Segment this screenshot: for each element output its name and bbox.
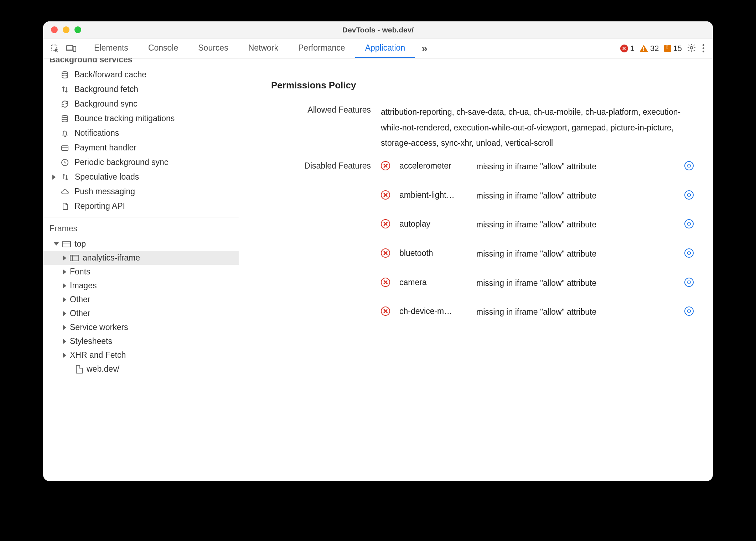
frame-top-row[interactable]: top: [43, 237, 239, 251]
blocked-icon: [381, 248, 390, 258]
sidebar-item-notifications[interactable]: Notifications: [43, 126, 239, 140]
disabled-features-list: accelerometermissing in iframe "allow" a…: [381, 160, 699, 319]
disabled-feature-reason: missing in iframe "allow" attribute: [476, 306, 679, 319]
sidebar-item-payment-handler[interactable]: Payment handler: [43, 140, 239, 155]
warning-count: 32: [650, 44, 659, 53]
doc-icon: [60, 202, 69, 211]
issue-count: 15: [673, 44, 682, 53]
chevron-right-icon: [63, 353, 66, 358]
disabled-feature-reason: missing in iframe "allow" attribute: [476, 218, 679, 231]
tab-performance[interactable]: Performance: [288, 38, 355, 58]
sidebar-item-speculative-loads[interactable]: Speculative loads: [43, 170, 239, 184]
card-icon: [60, 144, 69, 152]
disabled-feature-name: camera: [399, 277, 471, 287]
reveal-in-elements-button[interactable]: [684, 306, 694, 316]
tab-application[interactable]: Application: [355, 38, 415, 58]
sidebar-item-label: Speculative loads: [75, 172, 139, 182]
sidebar-item-bounce-tracking-mitigations[interactable]: Bounce tracking mitigations: [43, 111, 239, 126]
warnings-badge[interactable]: 32: [640, 44, 659, 53]
sidebar-item-label: Back/forward cache: [74, 70, 146, 79]
sidebar-item-back-forward-cache[interactable]: Back/forward cache: [43, 67, 239, 82]
frame-category-label: Stylesheets: [70, 336, 112, 346]
devtools-toolbar: Elements Console Sources Network Perform…: [43, 38, 713, 58]
device-toolbar-icon[interactable]: [66, 44, 77, 53]
disabled-feature-name: ch-device-m…: [399, 306, 471, 316]
blocked-icon: [381, 161, 390, 170]
sidebar-section-background-services: Background services: [43, 58, 239, 67]
clock-icon: [60, 158, 69, 167]
blocked-icon: [381, 278, 390, 287]
window-controls: [43, 26, 81, 33]
sidebar-item-label: Bounce tracking mitigations: [74, 114, 175, 123]
disabled-feature-name: bluetooth: [399, 248, 471, 258]
sidebar-item-label: Notifications: [74, 128, 119, 138]
chevron-right-icon: [63, 269, 66, 274]
sidebar-item-push-messaging[interactable]: Push messaging: [43, 184, 239, 199]
sidebar-item-label: Periodic background sync: [74, 158, 168, 167]
tabs-overflow-button[interactable]: »: [415, 38, 434, 58]
issues-badge[interactable]: 15: [664, 44, 682, 53]
svg-point-3: [690, 46, 693, 49]
document-icon: [76, 365, 83, 373]
frame-category-other[interactable]: Other: [43, 293, 239, 306]
iframe-icon: [70, 255, 79, 261]
minimize-window-button[interactable]: [63, 26, 69, 33]
tab-console[interactable]: Console: [138, 38, 188, 58]
settings-button[interactable]: [687, 43, 696, 54]
window-titlebar: DevTools - web.dev/: [43, 21, 713, 38]
frame-category-xhr-and-fetch[interactable]: XHR and Fetch: [43, 348, 239, 362]
bell-icon: [60, 129, 69, 138]
frame-category-label: XHR and Fetch: [70, 350, 126, 360]
frame-category-label: Other: [70, 309, 90, 318]
errors-badge[interactable]: 1: [620, 44, 635, 53]
application-sidebar[interactable]: Background services Back/forward cacheBa…: [43, 58, 239, 481]
reveal-in-elements-button[interactable]: [684, 161, 694, 170]
tab-network[interactable]: Network: [238, 38, 288, 58]
blocked-icon: [381, 219, 390, 228]
sidebar-item-background-sync[interactable]: Background sync: [43, 97, 239, 111]
reveal-in-elements-button[interactable]: [684, 190, 694, 200]
sidebar-item-background-fetch[interactable]: Background fetch: [43, 82, 239, 97]
allowed-features-label: Allowed Features: [271, 104, 371, 115]
permissions-policy-panel[interactable]: Permissions Policy Allowed Features attr…: [239, 58, 713, 481]
chevron-right-icon: [63, 283, 66, 288]
chevron-right-icon: [63, 325, 66, 330]
frame-category-label: Service workers: [70, 323, 128, 332]
tab-sources[interactable]: Sources: [188, 38, 238, 58]
frame-doc-label: web.dev/: [87, 364, 119, 374]
frame-category-other[interactable]: Other: [43, 306, 239, 320]
disabled-feature-reason: missing in iframe "allow" attribute: [476, 248, 679, 261]
frame-category-service-workers[interactable]: Service workers: [43, 320, 239, 334]
sidebar-item-label: Background sync: [74, 99, 137, 109]
frame-category-images[interactable]: Images: [43, 279, 239, 293]
tab-elements[interactable]: Elements: [84, 38, 138, 58]
reveal-in-elements-button[interactable]: [684, 248, 694, 258]
close-window-button[interactable]: [51, 26, 58, 33]
frame-category-stylesheets[interactable]: Stylesheets: [43, 334, 239, 348]
svg-rect-1: [67, 45, 73, 50]
sidebar-item-reporting-api[interactable]: Reporting API: [43, 199, 239, 213]
frame-doc-row[interactable]: web.dev/: [43, 362, 239, 376]
error-icon: [620, 45, 628, 52]
inspect-element-icon[interactable]: [50, 44, 59, 53]
reveal-in-elements-button[interactable]: [684, 219, 694, 228]
reveal-in-elements-button[interactable]: [684, 278, 694, 287]
db-icon: [60, 71, 69, 79]
disabled-feature-name: autoplay: [399, 218, 471, 229]
chevron-right-icon: [52, 175, 56, 180]
frame-category-label: Images: [70, 281, 97, 290]
devtools-window: DevTools - web.dev/ Elements Console Sou…: [43, 21, 713, 481]
frame-category-fonts[interactable]: Fonts: [43, 265, 239, 279]
warning-icon: [640, 45, 648, 52]
sidebar-item-periodic-background-sync[interactable]: Periodic background sync: [43, 155, 239, 170]
devtools-tabs: Elements Console Sources Network Perform…: [84, 38, 613, 58]
frame-category-label: Fonts: [70, 267, 90, 277]
frame-child-selected[interactable]: analytics-iframe: [43, 251, 239, 265]
sidebar-item-label: Push messaging: [74, 187, 135, 196]
cloud-icon: [60, 187, 69, 196]
chevron-down-icon: [54, 242, 59, 246]
blocked-icon: [381, 306, 390, 316]
more-options-button[interactable]: [701, 44, 706, 52]
maximize-window-button[interactable]: [74, 26, 81, 33]
sidebar-item-label: Payment handler: [74, 143, 136, 153]
